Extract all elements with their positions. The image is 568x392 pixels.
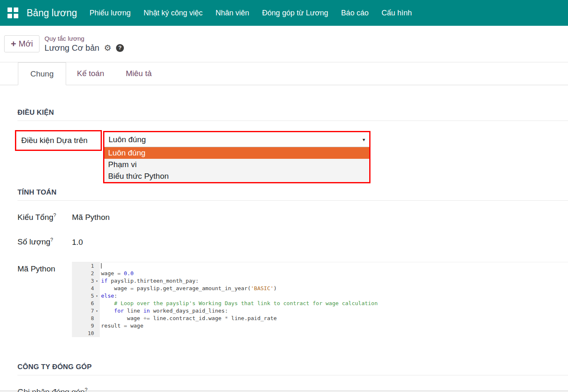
condition-select[interactable]: Luôn đúng ▾	[104, 132, 369, 147]
chevron-down-icon: ▾	[363, 137, 365, 143]
code-text: # Loop over the payslip's Working Days t…	[100, 300, 378, 307]
new-button[interactable]: + Mới	[4, 35, 40, 52]
new-button-label: Mới	[19, 39, 33, 49]
breadcrumb: Quy tắc lương Lương Cơ bản ⚙ ?	[44, 35, 124, 54]
condition-option-1[interactable]: Phạm vi	[104, 159, 369, 170]
tab-0[interactable]: Chung	[18, 62, 66, 85]
section-title-computation: TÍNH TOÁN	[17, 188, 568, 197]
code-text: result = wage	[100, 322, 143, 330]
section-title-company: CÔNG TY ĐÓNG GÓP	[17, 363, 568, 371]
section-title-condition: ĐIỀU KIỆN	[17, 108, 568, 117]
code-line-10: 10	[72, 330, 568, 337]
code-text: wage = 0.0	[100, 270, 133, 277]
code-line-8: 8 wage += line.contract_id.wage * line.p…	[72, 315, 568, 322]
code-line-1: 1	[72, 262, 568, 270]
code-text: if payslip.thirteen_month_pay:	[100, 277, 199, 285]
gutter-line-number[interactable]: 4	[72, 285, 100, 292]
field-row-0: Kiểu Tổng?Mã Python	[17, 212, 568, 222]
section-divider	[17, 200, 568, 201]
notebook-tabs: ChungKế toánMiêu tả	[0, 62, 568, 85]
field-label: Số lượng?	[17, 237, 72, 247]
form-sheet: ĐIỀU KIỆN Điều kiện Dựa trên Luôn đúng ▾…	[0, 108, 568, 392]
plus-icon: +	[11, 39, 16, 49]
field-value: 1.0	[72, 238, 83, 247]
top-navbar: Bảng lương Phiếu lươngNhật ký công việcN…	[0, 0, 568, 26]
grid-square	[7, 7, 12, 12]
sheet-bottom-border	[0, 391, 568, 391]
code-line-7: 7▾ for line in worked_days_paid_lines:	[72, 307, 568, 315]
python-code-label: Mã Python	[17, 262, 72, 337]
gutter-line-number[interactable]: 8	[72, 315, 100, 322]
condition-field-row: Điều kiện Dựa trên Luôn đúng ▾ Luôn đúng…	[15, 130, 568, 183]
help-marker[interactable]: ?	[53, 212, 56, 218]
fold-arrow-icon[interactable]: ▾	[94, 292, 100, 300]
text-cursor	[101, 263, 101, 269]
gutter-line-number[interactable]: 5▾	[72, 292, 100, 300]
field-row-1: Số lượng?1.0	[17, 237, 568, 247]
breadcrumb-current: Lương Cơ bản	[44, 42, 99, 53]
tab-2[interactable]: Miêu tả	[115, 62, 163, 85]
menu-item-3[interactable]: Đóng góp từ Lương	[262, 9, 328, 17]
code-line-5: 5▾else:	[72, 292, 568, 300]
menu-item-4[interactable]: Báo cáo	[341, 9, 368, 17]
grid-square	[14, 7, 18, 12]
condition-select-value: Luôn đúng	[109, 135, 146, 144]
menu-item-1[interactable]: Nhật ký công việc	[143, 9, 203, 17]
section-divider	[17, 375, 568, 375]
code-text: wage += line.contract_id.wage * line.pai…	[100, 315, 277, 322]
app-title[interactable]: Bảng lương	[27, 7, 77, 19]
code-text	[100, 330, 101, 337]
apps-menu-icon[interactable]	[7, 7, 18, 18]
code-line-2: 2wage = 0.0	[72, 270, 568, 277]
code-line-4: 4 wage = payslip.get_average_amount_in_y…	[72, 285, 568, 292]
section-divider	[17, 121, 568, 121]
menu-item-0[interactable]: Phiếu lương	[89, 9, 131, 17]
condition-select-annotated: Luôn đúng ▾ Luôn đúngPhạm viBiểu thức Py…	[103, 131, 370, 183]
gutter-line-number[interactable]: 2	[72, 270, 100, 277]
gutter-line-number[interactable]: 3▾	[72, 277, 100, 285]
computation-fields: Kiểu Tổng?Mã PythonSố lượng?1.0	[17, 212, 568, 247]
code-text: wage = payslip.get_average_amount_in_yea…	[100, 285, 277, 292]
code-line-9: 9result = wage	[72, 322, 568, 330]
fold-arrow-icon[interactable]: ▾	[94, 307, 100, 315]
python-code-field-row: Mã Python 12wage = 0.03▾if payslip.thirt…	[17, 262, 568, 337]
code-editor[interactable]: 12wage = 0.03▾if payslip.thirteen_month_…	[72, 262, 568, 337]
help-icon[interactable]: ?	[116, 44, 124, 52]
code-line-6: 6 # Loop over the payslip's Working Days…	[72, 300, 568, 307]
grid-square	[7, 14, 12, 18]
gutter-line-number[interactable]: 6	[72, 300, 100, 307]
menu-item-2[interactable]: Nhân viên	[215, 9, 249, 17]
control-panel: + Mới Quy tắc lương Lương Cơ bản ⚙ ?	[0, 26, 568, 62]
code-text: for line in worked_days_paid_lines:	[100, 307, 228, 315]
tab-1[interactable]: Kế toán	[66, 62, 115, 85]
help-marker[interactable]: ?	[85, 387, 88, 392]
gutter-line-number[interactable]: 1	[72, 262, 100, 270]
code-text	[100, 262, 101, 270]
condition-field-label-annotated: Điều kiện Dựa trên	[15, 130, 102, 151]
gutter-line-number[interactable]: 10	[72, 330, 100, 337]
grid-square	[14, 14, 18, 18]
fold-arrow-icon[interactable]: ▾	[94, 277, 100, 285]
top-menu: Phiếu lươngNhật ký công việcNhân viênĐón…	[89, 9, 412, 17]
code-text: else:	[100, 292, 117, 300]
help-marker[interactable]: ?	[50, 237, 53, 243]
code-line-3: 3▾if payslip.thirteen_month_pay:	[72, 277, 568, 285]
company-field-label-text: Ghi nhận đóng góp	[17, 387, 85, 392]
menu-item-5[interactable]: Cấu hình	[381, 9, 412, 17]
gutter-line-number[interactable]: 9	[72, 322, 100, 330]
gear-icon[interactable]: ⚙	[104, 44, 111, 52]
company-field-label: Ghi nhận đóng góp?	[17, 387, 568, 392]
code-editor-lines: 12wage = 0.03▾if payslip.thirteen_month_…	[72, 262, 568, 337]
breadcrumb-parent-link[interactable]: Quy tắc lương	[44, 35, 124, 43]
condition-option-0[interactable]: Luôn đúng	[104, 147, 369, 159]
field-value: Mã Python	[72, 213, 110, 222]
condition-options: Luôn đúngPhạm viBiểu thức Python	[104, 147, 369, 182]
condition-option-2[interactable]: Biểu thức Python	[104, 170, 369, 182]
gutter-line-number[interactable]: 7▾	[72, 307, 100, 315]
field-label: Kiểu Tổng?	[17, 212, 72, 222]
